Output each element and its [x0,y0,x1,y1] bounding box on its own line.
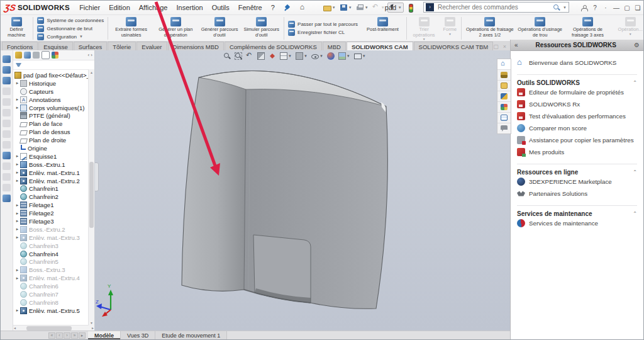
save-button[interactable]: ▼ [338,3,353,12]
tree-item-chanfrein4[interactable]: Chanfrein4 [14,250,94,258]
link-solidworks-rx[interactable]: SOLIDWORKS Rx [517,98,637,110]
task-pane-tab-design-library[interactable] [497,70,511,81]
tree-item-chanfrein3[interactable]: Chanfrein3 [14,242,94,250]
flyout-icon[interactable]: ▼ [448,33,452,35]
tree-vertical-scrollbar[interactable]: ▴ ▾ [88,69,94,326]
ribbon-button-extraire-formes-usinables[interactable]: Extraire formes usinables [109,16,153,41]
tree-item-origine[interactable]: Origine [14,144,94,152]
menu-affichage[interactable]: Affichage [135,4,172,11]
tree-root-item[interactable]: pad (pad fixe<<Défaut>_E [14,71,94,79]
ribbon-button-op-rations-d-usinage-de-trou[interactable]: Opérations d'usinage de trou [516,16,564,41]
tree-item-enl-v-mat-extru-3[interactable]: ▸Enlèv. mat.-Extru.3 [14,234,94,242]
ribbon-button-post-traitement[interactable]: Post-traitement [360,16,405,41]
restore-icon[interactable]: ▢ [493,43,499,50]
menu-fen-tre[interactable]: Fenêtre [234,4,267,11]
menu-[interactable]: ? [267,4,279,11]
tree-item-enl-v-mat-extru-1[interactable]: ▸Enlèv. mat.-Extru.1 [14,169,94,177]
expand-icon[interactable]: ▸ [14,170,20,175]
ribbon-button-g-n-rer-un-plan-d-op-ration[interactable]: Générer un plan d'opération [153,16,199,41]
dropdown-icon[interactable]: ▼ [347,54,350,58]
scrollbar-thumb[interactable] [26,326,72,331]
user-icon[interactable] [581,5,587,11]
zoom-to-area-button[interactable] [235,52,242,60]
propertymanager-tab-icon[interactable] [24,52,31,59]
expand-icon[interactable]: ▸ [14,154,20,159]
cam-toolbar-icon[interactable] [3,152,11,159]
ribbon-button-simuler-parcours-d-outil[interactable]: Simuler parcours d'outil [240,16,282,41]
tree-item-chanfrein7[interactable]: Chanfrein7 [14,290,94,298]
dropdown-icon[interactable]: ▼ [348,6,352,9]
link-3dexperience-marketplace[interactable]: 3DEXPERIENCE Marketplace [517,176,637,188]
link-services-de-maintenance[interactable]: Services de maintenance [517,217,637,229]
tree-item-boss-extru-3[interactable]: ▸Boss.-Extru.3 [14,266,94,274]
open-button[interactable]: ▼ [322,3,337,12]
tree-item-corps-volumiques-1[interactable]: ▸Corps volumiques(1) [14,104,94,112]
menu-more-icon[interactable]: · [602,4,609,11]
collapse-section-icon[interactable]: ⌃ [633,169,637,175]
link-test-d-valuation-des-performances[interactable]: Test d'évaluation des performances [517,110,637,122]
tree-item-chanfrein8[interactable]: Chanfrein8 [14,298,94,307]
zoom-to-fit-button[interactable] [223,52,231,60]
display-style-button[interactable]: ▼ [296,52,308,60]
tree-item-filetage1[interactable]: ▸Filetage1 [14,201,94,209]
collapse-pane-icon[interactable]: « [511,42,522,48]
previous-view-button[interactable] [246,52,253,60]
dynamic-annotation-button[interactable] [269,52,276,60]
new-document-button[interactable] [310,3,321,12]
tree-item-filetage3[interactable]: ▸Filetage3 [14,217,94,225]
ribbon-button-d-finir-machine[interactable]: Définir machine [1,16,31,41]
cam-toolbar-icon[interactable] [3,66,11,74]
ribbon-button-op-rations-de-fraisage-2-axes-1-2[interactable]: Opérations de fraisage 2 axes 1/2 [463,16,516,41]
previous-button[interactable]: ‹ [56,332,63,339]
ribbon-button-configuration[interactable]: Configuration▼ [37,33,104,40]
link-bienvenue-dans-solidworks[interactable]: Bienvenue dans SOLIDWORKS [517,57,637,69]
tree-item-enl-v-mat-extru-2[interactable]: ▸Enlèv. mat.-Extru.2 [14,177,94,185]
tree-item-annotations[interactable]: ▸Annotations [14,96,94,104]
task-pane-tab-view-palette[interactable] [497,91,511,102]
expand-icon[interactable]: ▸ [14,81,20,86]
last-button[interactable]: » [71,332,78,339]
tree-item-plan-de-droite[interactable]: Plan de droite [14,136,94,144]
search-icon[interactable] [553,4,560,11]
expand-icon[interactable]: ▸ [14,211,20,216]
scroll-down-icon[interactable]: ▾ [89,320,94,325]
menu-outils[interactable]: Outils [208,4,234,11]
command-search[interactable]: › ▼ [423,2,569,13]
tree-item-filetage2[interactable]: ▸Filetage2 [14,209,94,217]
scroll-up-icon[interactable]: ▴ [89,70,94,74]
tree-item-enl-v-mat-extru-4[interactable]: ▸Enlèv. mat.-Extru.4 [14,274,94,282]
help-icon[interactable]: ? [592,4,598,11]
manager-tab-scroll-icons[interactable]: ‹ › [87,52,92,58]
pin-menu-icon[interactable] [284,4,291,11]
minimize-icon[interactable]: — [483,43,489,50]
link-mes-produits[interactable]: Mes produits [517,146,637,158]
cam-toolbar-icon[interactable] [3,141,11,149]
task-pane-tab-solidworks-resources[interactable] [497,59,511,70]
expand-icon[interactable]: ▸ [14,97,20,102]
link-assistance-pour-copier-les-param-tres[interactable]: Assistance pour copier les paramètres [517,134,637,146]
gear-icon[interactable]: ⚙ [630,42,643,48]
filmstrip-button[interactable]: ▸ [79,332,86,339]
expand-icon[interactable]: ▸ [14,308,20,313]
tree-item-enl-v-mat-extru-5[interactable]: ▸Enlèv. mat.-Extru.5 [14,307,94,315]
cam-toolbar-icon[interactable] [3,162,11,170]
apply-scene-button[interactable]: ▼ [338,52,350,60]
scroll-right-icon[interactable]: ▸ [92,326,94,330]
model-tab-mod-le[interactable]: Modèle [88,331,121,339]
ribbon-button-gestionnaire-de-brut[interactable]: Gestionnaire de brut [37,25,104,32]
dropdown-icon[interactable]: ▼ [362,54,366,58]
ribbon-button-passer-par-tout-le-parcours[interactable]: Passer par tout le parcours [288,21,358,28]
view-settings-button[interactable]: ▼ [354,53,366,59]
close-icon[interactable]: × [503,43,506,50]
view-orientation-button[interactable]: ▼ [280,52,292,60]
edit-appearance-button[interactable] [327,52,335,60]
next-button[interactable]: › [64,332,70,339]
ribbon-button-enregistrer-fichier-cl[interactable]: Enregistrer fichier CL [288,29,358,36]
collapse-section-icon[interactable]: ⌃ [633,80,637,86]
expand-icon[interactable]: ▸ [14,218,20,224]
tree-item-boss-extru-2[interactable]: ▸Boss.-Extru.2 [14,225,94,234]
cam-toolbar-icon[interactable] [3,120,11,127]
menu-insertion[interactable]: Insertion [172,4,207,11]
section-view-button[interactable] [257,52,265,60]
expand-icon[interactable]: ▸ [14,178,20,183]
